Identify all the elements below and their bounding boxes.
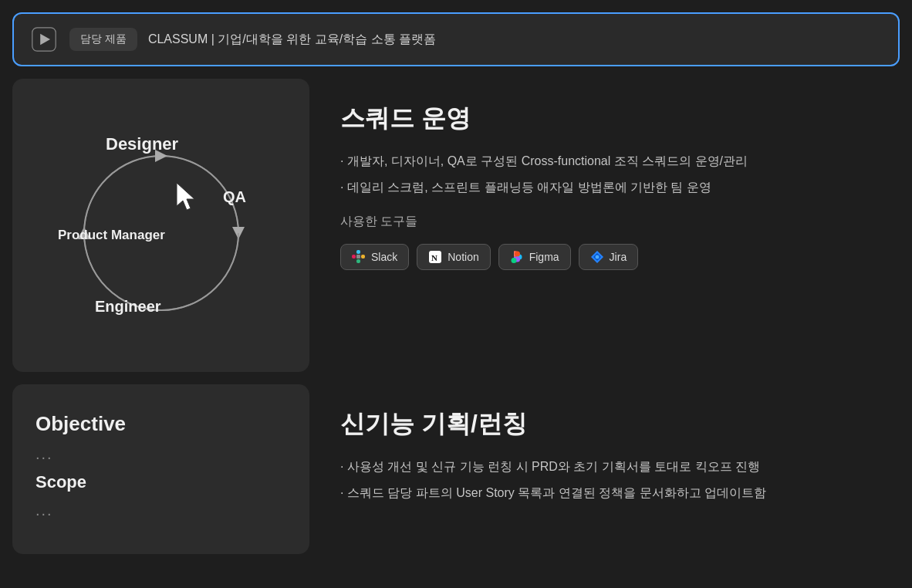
squad-bullets: 개발자, 디자이너, QA로 구성된 Cross-functional 조직 스… (340, 151, 869, 197)
feature-bullets: 사용성 개선 및 신규 기능 런칭 시 PRD와 초기 기획서를 토대로 킥오프… (340, 457, 869, 502)
feature-bullet-2: 스쿼드 담당 파트의 User Story 목록과 연결된 정책을 문서화하고 … (340, 483, 869, 503)
svg-text:Designer: Designer (106, 134, 179, 154)
tool-figma[interactable]: Figma (498, 244, 571, 270)
slack-icon (352, 250, 366, 264)
squad-bullet-2: 데일리 스크럼, 스프린트 플래닝등 애자일 방법론에 기반한 팀 운영 (340, 177, 869, 198)
feature-title: 신기능 기획/런칭 (340, 407, 869, 441)
svg-text:QA: QA (223, 188, 246, 205)
squad-diagram: Designer QA Product Manager Engineer (46, 110, 277, 341)
scope-label: Scope (35, 472, 286, 492)
squad-content: 스쿼드 운영 개발자, 디자이너, QA로 구성된 Cross-function… (309, 79, 900, 293)
tool-jira[interactable]: Jira (579, 244, 639, 270)
figma-icon (510, 250, 524, 264)
svg-rect-8 (352, 255, 356, 259)
notion-label: Notion (448, 251, 478, 263)
feature-content: 신기능 기획/런칭 사용성 개선 및 신규 기능 런칭 시 PRD와 초기 기획… (309, 384, 900, 525)
tag-pill[interactable]: 담당 제품 (69, 28, 137, 51)
svg-point-16 (511, 258, 516, 263)
svg-text:Engineer: Engineer (95, 298, 161, 315)
svg-marker-7 (177, 183, 194, 210)
scope-dots: ... (35, 502, 286, 519)
svg-rect-9 (356, 250, 360, 254)
squad-bullet-1: 개발자, 디자이너, QA로 구성된 Cross-functional 조직 스… (340, 151, 869, 171)
svg-rect-10 (356, 259, 360, 263)
jira-icon (590, 250, 604, 264)
section-feature: Objective ... Scope ... 신기능 기획/런칭 사용성 개선… (12, 384, 900, 554)
objective-label: Objective (35, 412, 286, 436)
svg-text:N: N (431, 253, 437, 262)
header-title: CLASSUM | 기업/대학을 위한 교육/학습 소통 플랫폼 (148, 32, 436, 48)
top-bar: 담당 제품 CLASSUM | 기업/대학을 위한 교육/학습 소통 플랫폼 (12, 12, 900, 66)
slack-label: Slack (371, 251, 397, 263)
section-squad: Designer QA Product Manager Engineer 스쿼드… (12, 79, 900, 372)
tool-slack[interactable]: Slack (340, 244, 409, 270)
figma-label: Figma (529, 251, 559, 263)
tool-notion[interactable]: N Notion (417, 244, 490, 270)
notion-icon: N (428, 250, 442, 264)
svg-rect-11 (361, 255, 365, 259)
jira-label: Jira (610, 251, 627, 263)
squad-title: 스쿼드 운영 (340, 102, 869, 136)
squad-diagram-card: Designer QA Product Manager Engineer (12, 79, 309, 372)
objective-dots: ... (35, 445, 286, 463)
feature-bullet-1: 사용성 개선 및 신규 기능 런칭 시 PRD와 초기 기획서를 토대로 킥오프… (340, 457, 869, 477)
play-icon (29, 25, 59, 54)
tools-row: Slack N Notion (340, 244, 869, 270)
svg-point-17 (595, 255, 599, 259)
svg-text:Product Manager: Product Manager (58, 228, 165, 242)
svg-rect-12 (356, 255, 360, 259)
feature-card: Objective ... Scope ... (12, 384, 309, 554)
svg-marker-1 (40, 34, 50, 45)
tools-label: 사용한 도구들 (340, 214, 869, 230)
